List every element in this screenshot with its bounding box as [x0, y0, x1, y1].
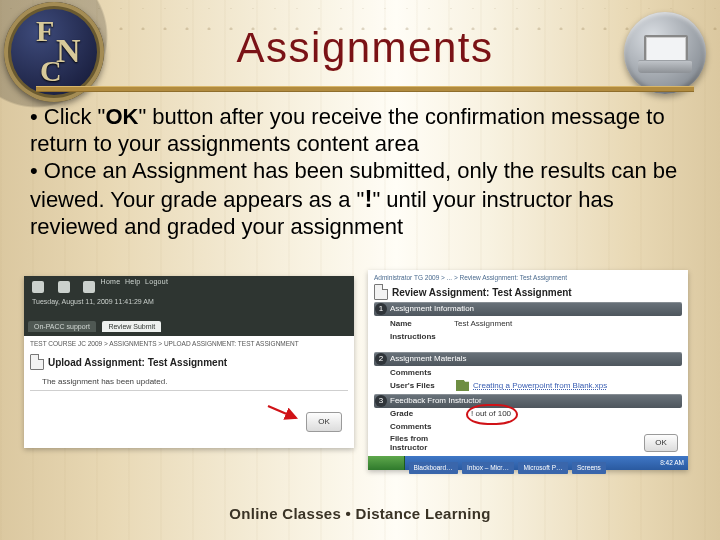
- start-button[interactable]: [368, 456, 405, 470]
- kv-feedback-files: Files from Instructor: [390, 434, 454, 452]
- screenshot-upload-assignment: Home Help Logout Tuesday, August 11, 200…: [24, 276, 354, 448]
- top-nav-text: Home Help Logout: [101, 278, 169, 285]
- bb-header: Home Help Logout Tuesday, August 11, 200…: [24, 276, 354, 318]
- ok-button[interactable]: OK: [306, 412, 342, 432]
- logo-letter: F: [36, 14, 54, 48]
- kv-grade-label: Grade: [390, 409, 454, 418]
- annotation-arrow: [266, 402, 302, 422]
- document-icon: [374, 284, 388, 300]
- tab-review: Review Submit: [102, 321, 161, 332]
- folder-icon: [456, 380, 469, 391]
- divider: [30, 390, 348, 391]
- section-header: Upload Assignment: Test Assignment: [30, 354, 348, 370]
- taskbar-item[interactable]: Microsoft P…: [518, 462, 567, 474]
- slide: F N C Assignments • Click "OK" button af…: [0, 0, 720, 540]
- section-bar-info: 1Assignment Information: [374, 302, 682, 316]
- help-icon: [58, 281, 70, 293]
- bullet-1-prefix: • Click ": [30, 104, 105, 129]
- section-header: Review Assignment: Test Assignment: [374, 284, 682, 300]
- logo-letter: C: [40, 54, 62, 88]
- screenshot-review-assignment: Administrator TG 2009 > ... > Review Ass…: [368, 270, 688, 470]
- annotation-circle: [466, 404, 518, 425]
- status-message: The assignment has been updated.: [42, 377, 167, 386]
- taskbar-item[interactable]: Screens: [572, 462, 606, 474]
- section-bar-materials: 2Assignment Materials: [374, 352, 682, 366]
- step-number: 2: [375, 353, 387, 365]
- taskbar-clock: 8:42 AM: [660, 456, 684, 470]
- logout-icon: [83, 281, 95, 293]
- ok-button[interactable]: OK: [644, 434, 678, 452]
- svg-line-0: [268, 406, 296, 418]
- bb-tabs: On-PACC support Review Submit: [24, 318, 354, 336]
- date-line: Tuesday, August 11, 2009 11:41:29 AM: [32, 298, 154, 305]
- footer-text: Online Classes • Distance Learning: [0, 505, 720, 522]
- section-bar-feedback: 3Feedback From Instructor: [374, 394, 682, 408]
- home-icon: [32, 281, 44, 293]
- breadcrumb: Administrator TG 2009 > ... > Review Ass…: [374, 274, 567, 281]
- step-number: 3: [375, 395, 387, 407]
- section-title: Review Assignment: Test Assignment: [392, 287, 572, 298]
- document-icon: [30, 354, 44, 370]
- kv-name: NameTest Assignment: [390, 319, 512, 328]
- taskbar-item[interactable]: Blackboard…: [409, 462, 458, 474]
- bullet-1-ok: OK: [105, 104, 138, 129]
- kv-instructions: Instructions: [390, 332, 454, 341]
- tab-support: On-PACC support: [28, 321, 96, 332]
- section-title: Upload Assignment: Test Assignment: [48, 357, 227, 368]
- breadcrumb: TEST COURSE JC 2009 > ASSIGNMENTS > UPLO…: [30, 340, 299, 347]
- title-underline: [36, 86, 694, 92]
- windows-taskbar: Blackboard… Inbox – Micr… Microsoft P… S…: [368, 456, 688, 470]
- laptop-badge: [624, 12, 706, 94]
- bullet-list: • Click "OK" button after you receive th…: [30, 104, 680, 241]
- taskbar-item[interactable]: Inbox – Micr…: [462, 462, 514, 474]
- step-number: 1: [375, 303, 387, 315]
- laptop-icon: [638, 33, 692, 73]
- kv-comments: Comments: [390, 368, 454, 377]
- page-title: Assignments: [120, 24, 610, 72]
- kv-user-files: User's FilesCreating a Powerpoint from B…: [390, 380, 607, 391]
- kv-feedback-comments: Comments: [390, 422, 454, 431]
- file-link[interactable]: Creating a Powerpoint from Blank.xps: [473, 381, 607, 390]
